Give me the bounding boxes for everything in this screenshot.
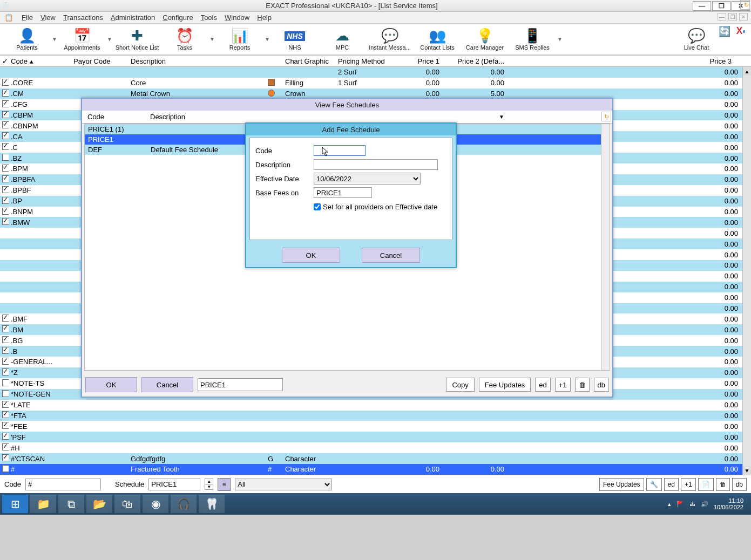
row-checkbox[interactable] xyxy=(2,218,9,225)
table-row[interactable]: #'CTSCANGdfgdfgdfgGCharacter0.00 xyxy=(0,453,751,464)
store-task[interactable]: 🛍 xyxy=(114,495,140,513)
header-payor[interactable]: Payor Code xyxy=(71,57,128,65)
table-row[interactable]: 'PSF0.00 xyxy=(0,432,751,442)
header-description[interactable]: Description xyxy=(128,57,266,65)
dlg2-description-input[interactable] xyxy=(314,159,438,170)
live-chat-button[interactable]: 💬Live Chat xyxy=(678,24,715,54)
close-red-x-icon[interactable]: Xe xyxy=(734,24,748,38)
row-checkbox[interactable] xyxy=(2,411,9,418)
toolbar-dropdown-arrow[interactable]: ▼ xyxy=(556,24,564,54)
dlg1-ok-button[interactable]: OK xyxy=(85,377,137,392)
powershell-task[interactable]: ⧉ xyxy=(58,495,84,513)
header-chart-graphic[interactable]: Chart Graphic xyxy=(283,57,336,65)
menu-administration[interactable]: Administration xyxy=(111,13,155,22)
table-row[interactable]: *FTA0.00 xyxy=(0,411,751,421)
dlg1-dropdown-arrow[interactable]: ▼ xyxy=(499,114,504,120)
row-checkbox[interactable] xyxy=(2,154,9,161)
tray-up-icon[interactable]: ▴ xyxy=(668,501,671,508)
row-checkbox[interactable] xyxy=(2,121,9,128)
table-row[interactable]: 2 Surf0.000.000.00 xyxy=(0,67,751,78)
table-row[interactable]: .CORECoreFilling1 Surf0.000.000.00 xyxy=(0,78,751,88)
toolbar-reports-button[interactable]: 📊Reports xyxy=(216,24,263,54)
tray-date[interactable]: 10/06/2022 xyxy=(714,504,743,510)
row-checkbox[interactable] xyxy=(2,358,9,365)
toolbar-dropdown-arrow[interactable]: ▼ xyxy=(106,24,113,54)
exact-task[interactable]: 🦷 xyxy=(199,495,225,513)
plus1-button[interactable]: +1 xyxy=(681,478,696,491)
toolbar-short-notice-list-button[interactable]: ✚Short Notice List xyxy=(113,24,161,54)
row-checkbox[interactable] xyxy=(2,336,9,343)
menu-transactions[interactable]: Transactions xyxy=(63,13,103,22)
row-checkbox[interactable] xyxy=(2,111,9,118)
row-checkbox[interactable] xyxy=(2,325,9,332)
toolbar-dropdown-arrow[interactable]: ▼ xyxy=(208,24,216,54)
table-row[interactable]: *LATE0.00 xyxy=(0,400,751,411)
dlg1-copy-button[interactable]: Copy xyxy=(446,378,474,392)
row-checkbox[interactable] xyxy=(2,454,9,461)
row-checkbox[interactable] xyxy=(2,401,9,408)
menu-file[interactable]: File xyxy=(22,13,33,22)
dlg1-refresh-icon[interactable]: ↻ xyxy=(601,112,611,121)
toolbar-nhs-button[interactable]: NHSNHS xyxy=(271,24,319,54)
mdi-close-icon[interactable]: × xyxy=(739,13,748,21)
dlg2-ok-button[interactable]: OK xyxy=(282,248,340,263)
window-maximize-button[interactable]: ❐ xyxy=(712,1,730,11)
dlg1-plus1-button[interactable]: +1 xyxy=(555,378,571,392)
db-button[interactable]: db xyxy=(732,478,747,491)
toolbar-dropdown-arrow[interactable]: ▼ xyxy=(263,24,271,54)
dlg2-cancel-button[interactable]: Cancel xyxy=(362,248,420,263)
row-checkbox[interactable] xyxy=(2,143,9,150)
toolbar-care-manager-button[interactable]: 💡Care Manager xyxy=(461,24,509,54)
start-button[interactable]: ⊞ xyxy=(2,495,28,513)
dlg1-fee-updates-button[interactable]: Fee Updates xyxy=(479,378,531,392)
toolbar-contact-lists-button[interactable]: 👥Contact Lists xyxy=(414,24,461,54)
copy-icon-button[interactable]: 📄 xyxy=(698,478,714,491)
dlg1-cancel-button[interactable]: Cancel xyxy=(141,377,193,392)
toolbar-mpc-button[interactable]: ☁MPC xyxy=(319,24,366,54)
chrome-task[interactable]: ◉ xyxy=(143,495,168,513)
list-icon-button[interactable]: ≡ xyxy=(218,478,231,491)
ed-button[interactable]: ed xyxy=(664,478,679,491)
filter-select[interactable]: All xyxy=(235,479,332,490)
scroll-up-arrow[interactable]: ▲ xyxy=(743,67,751,76)
toolbar-appointments-button[interactable]: 📅Appointments xyxy=(58,24,106,54)
row-checkbox[interactable] xyxy=(2,79,9,86)
toolbar-tasks-button[interactable]: ⏰Tasks xyxy=(161,24,208,54)
row-checkbox[interactable] xyxy=(2,132,9,139)
dlg1-header-description[interactable]: Description xyxy=(150,113,185,121)
tool-icon-button[interactable]: 🔧 xyxy=(646,478,662,491)
delete-icon-button[interactable]: 🗑 xyxy=(716,478,730,491)
row-checkbox[interactable] xyxy=(2,433,9,440)
scroll-down-arrow[interactable]: ▼ xyxy=(743,466,751,475)
table-row[interactable]: *FEE0.00 xyxy=(0,421,751,432)
row-checkbox[interactable] xyxy=(2,175,9,182)
toolbar-dropdown-arrow[interactable]: ▼ xyxy=(51,24,58,54)
dlg2-code-input[interactable] xyxy=(314,145,366,156)
toolbar-instant-messa--button[interactable]: 💬Instant Messa... xyxy=(366,24,414,54)
dlg1-code-input[interactable] xyxy=(198,378,283,391)
row-checkbox[interactable] xyxy=(2,208,9,215)
row-checkbox[interactable] xyxy=(2,165,9,172)
sync-icon[interactable]: 🔄 xyxy=(718,24,732,38)
menu-tools[interactable]: Tools xyxy=(201,13,217,22)
header-checkbox[interactable]: ✓ xyxy=(0,57,9,65)
file-explorer-task[interactable]: 📁 xyxy=(30,495,56,513)
dlg1-db-button[interactable]: db xyxy=(594,378,609,392)
row-checkbox[interactable] xyxy=(2,465,9,472)
vertical-scrollbar[interactable]: ▲ ▼ xyxy=(742,67,751,475)
row-checkbox[interactable] xyxy=(2,197,9,204)
dlg1-header-code[interactable]: Code xyxy=(87,113,150,121)
dlg2-base-fees-input[interactable] xyxy=(314,187,372,198)
row-checkbox[interactable] xyxy=(2,390,9,397)
schedule-up-button[interactable]: ▲ xyxy=(205,479,213,484)
window-minimize-button[interactable]: — xyxy=(693,1,711,11)
row-checkbox[interactable] xyxy=(2,90,9,97)
row-checkbox[interactable] xyxy=(2,100,9,107)
schedule-down-button[interactable]: ▼ xyxy=(205,484,213,489)
row-checkbox[interactable] xyxy=(2,368,9,375)
toolbar-sms-replies-button[interactable]: 📱SMS Replies xyxy=(509,24,556,54)
header-code[interactable]: Code ▴ xyxy=(9,57,71,65)
tray-flag-icon[interactable]: 🚩 xyxy=(676,501,684,508)
row-checkbox[interactable] xyxy=(2,315,9,322)
menu-window[interactable]: Window xyxy=(225,13,249,22)
